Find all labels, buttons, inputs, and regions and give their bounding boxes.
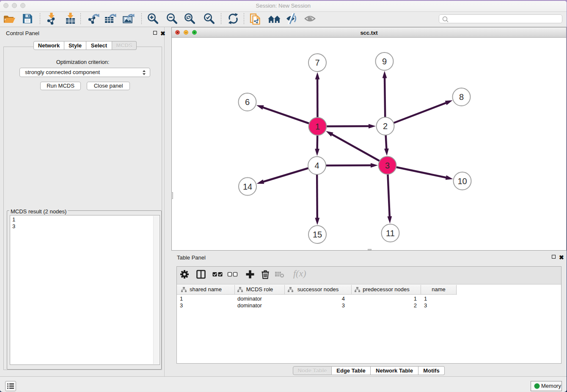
svg-text:11: 11 bbox=[386, 229, 395, 238]
svg-text:7: 7 bbox=[315, 58, 319, 67]
svg-text:8: 8 bbox=[459, 92, 464, 102]
svg-text:4: 4 bbox=[314, 161, 319, 170]
svg-text:2: 2 bbox=[383, 121, 388, 131]
svg-text:9: 9 bbox=[382, 57, 387, 66]
svg-text:6: 6 bbox=[245, 97, 250, 107]
svg-text:14: 14 bbox=[243, 182, 252, 191]
svg-text:1: 1 bbox=[315, 122, 320, 131]
svg-text:3: 3 bbox=[385, 161, 390, 170]
svg-text:15: 15 bbox=[313, 230, 322, 239]
svg-text:10: 10 bbox=[457, 177, 467, 186]
